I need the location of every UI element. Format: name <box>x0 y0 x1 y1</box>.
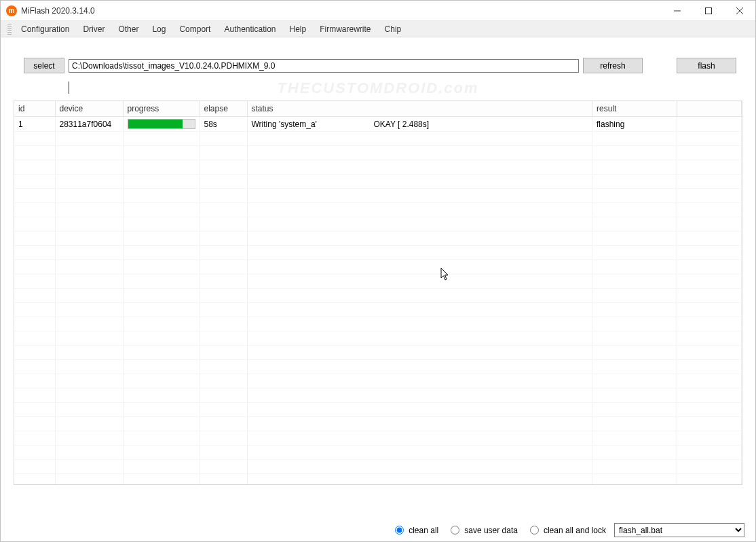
table-row-empty: . <box>14 246 742 260</box>
cell-progress <box>123 117 200 132</box>
menu-chip[interactable]: Chip <box>378 22 409 36</box>
title-bar: m MiFlash 2020.3.14.0 <box>1 1 755 21</box>
table-row-empty: . <box>14 274 742 289</box>
header-result[interactable]: result <box>592 101 677 117</box>
toolbar: select refresh flash <box>1 37 755 77</box>
status-action: Writing 'system_a' <box>252 120 374 129</box>
select-button[interactable]: select <box>24 58 64 73</box>
radio-save-user-data[interactable]: save user data <box>447 526 518 535</box>
table-row-empty: . <box>14 317 742 331</box>
cell-device: 28311a7f0604 <box>55 117 123 132</box>
cell-extra <box>677 117 742 132</box>
app-icon: m <box>6 5 17 16</box>
table-row-empty: . <box>14 474 742 486</box>
cell-id: 1 <box>14 117 55 132</box>
header-status[interactable]: status <box>247 101 592 117</box>
table-row-empty: . <box>14 374 742 389</box>
cell-result: flashing <box>592 117 677 132</box>
menu-help[interactable]: Help <box>283 22 314 36</box>
table-row-empty: . <box>14 303 742 317</box>
radio-clean-all-lock-input[interactable] <box>530 526 539 535</box>
radio-clean-all-lock-label: clean all and lock <box>544 526 606 535</box>
table-row-empty: . <box>14 331 742 346</box>
cell-elapse: 58s <box>200 117 247 132</box>
table-row-empty: . <box>14 417 742 431</box>
menu-authentication[interactable]: Authentication <box>217 22 282 36</box>
script-select[interactable]: flash_all.bat <box>614 523 744 537</box>
device-table: id device progress elapse status result … <box>14 101 742 485</box>
table-row-empty: . <box>14 189 742 203</box>
path-input[interactable] <box>69 59 579 73</box>
header-elapse[interactable]: elapse <box>200 101 247 117</box>
table-row-empty: . <box>14 146 742 160</box>
flash-button[interactable]: flash <box>677 58 736 73</box>
table-header-row: id device progress elapse status result <box>14 101 742 117</box>
minimize-button[interactable] <box>662 1 693 21</box>
menu-log[interactable]: Log <box>145 22 172 36</box>
header-extra[interactable] <box>677 101 742 117</box>
watermark-text: THECUSTOMDROID.com <box>1 79 755 97</box>
status-result: OKAY [ 2.488s] <box>374 120 430 129</box>
table-row-empty: . <box>14 289 742 303</box>
table-row-empty: . <box>14 203 742 217</box>
table-row-empty: . <box>14 360 742 374</box>
header-device[interactable]: device <box>55 101 123 117</box>
caret-indicator <box>69 82 69 94</box>
table-row-empty: . <box>14 175 742 189</box>
radio-save-user-data-label: save user data <box>464 526 518 535</box>
menu-grip-icon <box>7 24 12 35</box>
table-row-empty: . <box>14 431 742 446</box>
maximize-button[interactable] <box>693 1 724 21</box>
table-row-empty: . <box>14 160 742 175</box>
table-row[interactable]: 128311a7f060458sWriting 'system_a'OKAY [… <box>14 117 742 132</box>
progress-bar <box>128 119 195 129</box>
table-row-empty: . <box>14 260 742 274</box>
radio-clean-all[interactable]: clean all <box>391 526 438 535</box>
progress-fill <box>128 120 183 128</box>
menu-driver[interactable]: Driver <box>76 22 111 36</box>
close-button[interactable] <box>724 1 755 21</box>
menu-bar: Configuration Driver Other Log Comport A… <box>1 21 755 37</box>
table-row-empty: . <box>14 232 742 246</box>
menu-other[interactable]: Other <box>111 22 145 36</box>
radio-clean-all-input[interactable] <box>395 526 404 535</box>
table-row-empty: . <box>14 403 742 417</box>
table-row-empty: . <box>14 460 742 474</box>
table-row-empty: . <box>14 389 742 403</box>
header-progress[interactable]: progress <box>123 101 200 117</box>
menu-firmwarewrite[interactable]: Firmwarewrite <box>313 22 377 36</box>
bottom-bar: clean all save user data clean all and l… <box>391 523 744 537</box>
window-controls <box>662 1 755 21</box>
svg-rect-1 <box>706 7 712 14</box>
header-id[interactable]: id <box>14 101 55 117</box>
menu-comport[interactable]: Comport <box>172 22 217 36</box>
table-row-empty: . <box>14 217 742 232</box>
cell-status: Writing 'system_a'OKAY [ 2.488s] <box>247 117 592 132</box>
radio-clean-all-lock[interactable]: clean all and lock <box>526 526 606 535</box>
radio-clean-all-label: clean all <box>409 526 438 535</box>
table-row-empty: . <box>14 132 742 146</box>
table-row-empty: . <box>14 446 742 460</box>
radio-save-user-data-input[interactable] <box>451 526 459 535</box>
table-row-empty: . <box>14 346 742 360</box>
menu-configuration[interactable]: Configuration <box>14 22 76 36</box>
device-grid: id device progress elapse status result … <box>14 101 742 485</box>
window-title: MiFlash 2020.3.14.0 <box>21 6 95 16</box>
refresh-button[interactable]: refresh <box>583 58 643 73</box>
